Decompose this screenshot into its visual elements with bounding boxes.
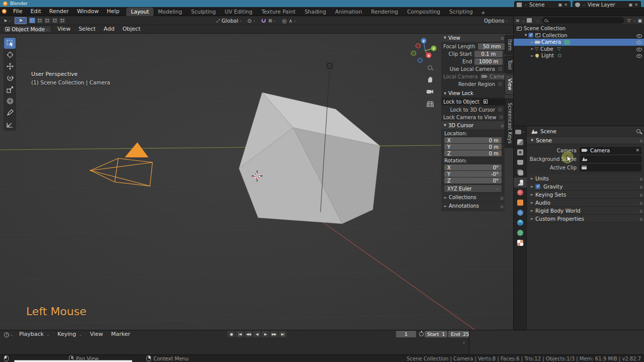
select-mode-intersect[interactable] — [59, 17, 66, 24]
workspace-tab-rendering[interactable]: Rendering — [367, 8, 403, 16]
falloff-icon[interactable]: ∧ — [289, 18, 293, 24]
axis-field-y[interactable]: Y-0° — [444, 171, 502, 177]
panel-header-keying-sets[interactable]: ►Keying Sets — [527, 191, 644, 199]
checkbox-use-local-camera[interactable] — [498, 66, 503, 71]
panel-header-rigid-body-world[interactable]: ►Rigid Body World — [527, 207, 644, 215]
menu-window[interactable]: Window — [73, 7, 103, 16]
measure-tool-icon[interactable] — [4, 119, 16, 130]
expander-icon[interactable]: ► — [530, 47, 535, 51]
axis-field-z[interactable]: Z0 m — [444, 150, 502, 156]
timeline-editor-type-icon[interactable]: ⌄ — [2, 332, 15, 337]
sidebar-tab-tool[interactable]: Tool — [505, 56, 513, 73]
render-properties-tab[interactable] — [514, 147, 527, 157]
expander-icon[interactable]: ► — [530, 54, 535, 58]
timeline-menu-playback[interactable]: Playback ⌄ — [15, 330, 53, 339]
start-frame-field[interactable]: Start 1 — [425, 331, 447, 337]
jump-last-button[interactable]: ▶| — [279, 331, 286, 337]
outliner-row-light[interactable]: ►Light — [514, 52, 644, 59]
viewlayer-properties-tab[interactable] — [514, 167, 527, 177]
viewport-menu-object[interactable]: Object — [118, 25, 144, 34]
current-frame-field[interactable]: 1 — [396, 331, 416, 337]
select-mode-new[interactable] — [29, 17, 36, 24]
play-button[interactable]: ▶ — [262, 331, 269, 337]
menu-render[interactable]: Render — [45, 7, 73, 16]
select-box-tool-icon[interactable] — [4, 38, 16, 49]
sidebar-tab-screencast-keys[interactable]: Screencast Keys — [505, 99, 513, 148]
move-tool-icon[interactable] — [4, 61, 16, 72]
active-tool-icon[interactable]: ➤ — [15, 17, 27, 24]
stopwatch-icon[interactable] — [419, 332, 424, 336]
physics-properties-tab[interactable] — [514, 218, 527, 228]
options-dropdown[interactable]: Options⌄ — [484, 17, 508, 25]
collection-checkbox[interactable] — [528, 33, 533, 38]
timeline-menu-marker[interactable]: Marker — [107, 330, 134, 339]
add-workspace-button[interactable]: + — [477, 10, 489, 16]
sidebar-tab-item[interactable]: Item — [505, 35, 513, 55]
checkbox-gravity[interactable] — [535, 184, 540, 189]
timeline-menu-keying[interactable]: Keying ⌄ — [53, 330, 86, 339]
visibility-eye-icon[interactable] — [636, 33, 642, 38]
view-layer-selector[interactable]: ⌄ View Layer ▣ ✕ — [573, 1, 641, 9]
checkbox-render-region[interactable] — [498, 81, 503, 86]
panel-header-view[interactable]: ▼View — [441, 34, 505, 42]
new-layer-icon[interactable]: ▣ — [628, 3, 634, 7]
viewport-menu-view[interactable]: View — [53, 25, 74, 34]
outliner-display-mode-icon[interactable]: ≡ — [516, 18, 520, 23]
workspace-tab-layout[interactable]: Layout — [126, 8, 153, 16]
unlink-scene-icon[interactable]: ✕ — [563, 3, 569, 7]
checkbox-lock-camera-to-view[interactable] — [499, 115, 504, 120]
filter-funnel-icon[interactable]: ▽ — [627, 18, 631, 23]
ortho-grid-icon[interactable] — [426, 100, 434, 108]
outliner-row-collection[interactable]: ▼Collection — [514, 32, 644, 39]
outliner-row-camera[interactable]: ►Camera — [514, 39, 644, 46]
panel-header-collections[interactable]: ►Collections — [441, 194, 505, 201]
workspace-tab-compositing[interactable]: Compositing — [403, 8, 445, 16]
visibility-eye-icon[interactable] — [636, 53, 642, 58]
field-focal-length[interactable]: 50 mm — [478, 43, 506, 50]
zoom-icon[interactable] — [426, 63, 434, 72]
orientation-dropdown[interactable]: Global — [221, 18, 238, 24]
timeline-menu-view[interactable]: View — [86, 330, 107, 339]
visibility-eye-icon[interactable] — [636, 40, 642, 45]
tool-properties-tab[interactable] — [514, 137, 527, 147]
next-keyframe-button[interactable]: ▶▶ — [270, 331, 278, 337]
snap-toggle-icon[interactable] — [262, 19, 266, 23]
menu-edit[interactable]: Edit — [26, 7, 45, 16]
outliner-filter-type-icon[interactable] — [527, 18, 532, 23]
panel-header-gravity[interactable]: ►Gravity — [527, 183, 644, 191]
annotate-tool-icon[interactable] — [4, 107, 16, 118]
tool-dropdown-icon[interactable]: ➤⌄ — [2, 17, 13, 24]
snap-target-icon[interactable]: ⊞ — [268, 18, 272, 23]
pin-icon[interactable] — [636, 129, 640, 133]
editor-type-icon[interactable]: ⌄ — [514, 126, 527, 137]
light-object[interactable] — [326, 62, 334, 70]
panel-header-3d-cursor[interactable]: ▼3D Cursor — [441, 121, 505, 129]
clear-icon[interactable]: ✕ — [635, 148, 639, 153]
pivot-point-icon[interactable]: ⊙ — [248, 18, 252, 24]
3d-viewport[interactable]: Z Y X User Perspective (1) Scene Collect… — [0, 34, 513, 330]
proportional-editing-icon[interactable]: ◎ — [282, 18, 287, 24]
texture-properties-tab[interactable] — [514, 238, 527, 248]
prev-keyframe-button[interactable]: ◀◀ — [245, 331, 252, 337]
outliner-row-cube[interactable]: ►▽Cube▽ — [514, 46, 644, 53]
mode-dropdown[interactable]: Object Mode ⌄ — [3, 26, 51, 33]
expander-icon[interactable]: ▼ — [523, 33, 528, 37]
transform-tool-icon[interactable] — [4, 96, 16, 107]
menu-file[interactable]: File — [9, 7, 26, 16]
workspace-tab-uv-editing[interactable]: UV Editing — [220, 8, 257, 16]
new-scene-icon[interactable]: ▣ — [557, 3, 564, 7]
prop-field-active-clip[interactable] — [580, 164, 641, 171]
rotation-order-dropdown[interactable]: XYZ Euler⌄ — [444, 185, 502, 192]
data-properties-tab[interactable] — [514, 228, 527, 238]
object-properties-tab[interactable] — [514, 198, 527, 208]
panel-header-units[interactable]: ►Units — [527, 174, 644, 183]
axis-field-x[interactable]: X0 m — [444, 137, 502, 143]
visibility-eye-icon[interactable] — [636, 46, 642, 51]
cursor-tool-icon[interactable] — [4, 49, 16, 60]
checkbox-lock-to-3d-cursor[interactable] — [498, 107, 503, 112]
panel-subheader-view-lock[interactable]: ▼View Lock — [441, 89, 505, 97]
jump-first-button[interactable]: |◀ — [236, 331, 244, 337]
pan-hand-icon[interactable] — [426, 75, 434, 84]
scene-selector[interactable]: ⌄ Scene ▣ ✕ — [514, 1, 571, 9]
outliner-search-input[interactable] — [542, 17, 624, 24]
